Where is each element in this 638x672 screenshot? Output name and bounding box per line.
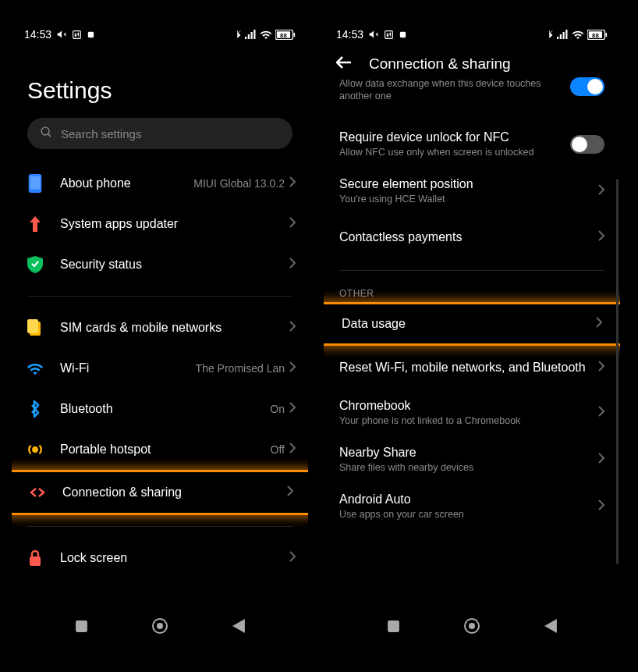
svg-rect-8 (293, 32, 295, 36)
chevron-right-icon (289, 443, 296, 457)
svg-rect-23 (557, 37, 558, 39)
row-value: Off (271, 443, 285, 457)
row-label: Chromebook (339, 399, 589, 413)
chevron-right-icon (289, 321, 296, 335)
nav-recent-button[interactable] (387, 620, 400, 636)
page-title: Settings (12, 44, 308, 118)
row-label: System apps updater (60, 217, 289, 231)
svg-rect-17 (30, 556, 41, 566)
bluetooth-icon (545, 29, 554, 40)
square-icon (87, 30, 95, 39)
svg-point-16 (33, 447, 37, 452)
row-label: Nearby Share (339, 446, 589, 460)
row-secure-element[interactable]: Secure element position You're using HCE… (324, 168, 620, 215)
chevron-right-icon (289, 176, 296, 190)
bluetooth-icon (233, 29, 242, 40)
row-label: Data usage (342, 317, 587, 331)
chevron-right-icon (287, 485, 293, 500)
svg-rect-15 (27, 319, 38, 333)
row-wifi[interactable]: Wi-Fi The Promised Lan (12, 348, 308, 389)
chevron-right-icon (598, 230, 604, 244)
search-placeholder: Search settings (61, 127, 141, 140)
row-data-usage[interactable]: Data usage (324, 302, 620, 346)
row-lock-screen[interactable]: Lock screen (12, 538, 308, 578)
row-value: The Promised Lan (196, 362, 285, 375)
search-input[interactable]: Search settings (27, 118, 292, 149)
row-label: Contactless payments (339, 230, 589, 244)
svg-rect-3 (248, 34, 250, 39)
nav-home-button[interactable] (152, 618, 168, 637)
row-value: MIUI Global 13.0.2 (193, 177, 285, 190)
row-reset-networks[interactable]: Reset Wi-Fi, mobile networks, and Blueto… (324, 346, 620, 389)
mute-icon (368, 29, 379, 40)
row-nearby-share[interactable]: Nearby Share Share files with nearby dev… (324, 436, 620, 483)
row-label: About phone (60, 176, 193, 190)
chevron-right-icon (289, 217, 296, 231)
row-about-phone[interactable]: About phone MIUI Global 13.0.2 (12, 163, 308, 204)
svg-rect-29 (605, 32, 607, 36)
row-system-updater[interactable]: System apps updater (12, 204, 308, 244)
header: Connection & sharing (324, 44, 620, 77)
row-label: Portable hotspot (60, 443, 271, 457)
svg-rect-22 (400, 31, 406, 37)
unlock-nfc-toggle[interactable] (570, 135, 604, 154)
signal-icon (557, 30, 569, 39)
svg-rect-24 (560, 34, 562, 39)
row-label: Require device unlock for NFC (339, 130, 561, 144)
row-require-unlock-nfc[interactable]: Require device unlock for NFC Allow NFC … (324, 121, 620, 168)
row-label: Android Auto (339, 492, 589, 507)
row-nfc[interactable]: Allow data exchange when this device tou… (324, 77, 620, 121)
mute-icon (56, 29, 67, 40)
chevron-right-icon (598, 184, 604, 198)
row-sub: Allow data exchange when this device tou… (339, 77, 561, 103)
nfc-icon (72, 30, 82, 40)
nfc-icon (384, 30, 394, 40)
chevron-right-icon (289, 551, 296, 565)
square-icon (399, 30, 407, 39)
row-security-status[interactable]: Security status (12, 244, 308, 285)
row-label: Wi-Fi (60, 361, 196, 375)
shield-icon (24, 254, 46, 276)
row-android-auto[interactable]: Android Auto Use apps on your car screen (324, 483, 620, 530)
wifi-icon (260, 30, 272, 39)
row-label: Lock screen (60, 551, 289, 565)
update-icon (24, 213, 46, 235)
sim-icon (24, 317, 46, 339)
chevron-right-icon (289, 402, 296, 416)
status-time: 14:53 (24, 28, 51, 41)
svg-rect-25 (563, 32, 565, 39)
chevron-right-icon (289, 361, 296, 375)
row-connection-sharing[interactable]: Connection & sharing (12, 470, 308, 515)
divider (27, 526, 292, 527)
row-chromebook[interactable]: Chromebook Your phone is not linked to a… (324, 389, 620, 436)
nav-back-button[interactable] (544, 619, 557, 636)
settings-screen: 14:53 88 Settings Search settings About … (12, 20, 308, 644)
row-label: Security status (60, 258, 289, 272)
scrollbar[interactable] (616, 179, 619, 564)
nav-back-button[interactable] (232, 619, 245, 636)
svg-point-33 (469, 623, 475, 629)
row-label: Bluetooth (60, 402, 270, 416)
svg-rect-18 (76, 620, 87, 632)
row-bluetooth[interactable]: Bluetooth On (12, 389, 308, 429)
svg-rect-2 (245, 37, 246, 39)
row-hotspot[interactable]: Portable hotspot Off (12, 429, 308, 470)
connection-icon (27, 482, 48, 503)
nfc-toggle[interactable] (570, 77, 604, 96)
nav-recent-button[interactable] (75, 620, 88, 636)
row-sub: Allow NFC use only when screen is unlock… (339, 146, 561, 158)
back-button[interactable] (336, 56, 352, 72)
row-label: Connection & sharing (62, 485, 287, 500)
svg-text:88: 88 (280, 31, 287, 38)
row-contactless-payments[interactable]: Contactless payments (324, 215, 620, 259)
section-label-other: OTHER (324, 282, 620, 302)
nav-home-button[interactable] (464, 618, 480, 637)
row-value: On (270, 403, 285, 416)
status-bar: 14:53 88 (12, 20, 308, 44)
wifi-icon (572, 30, 584, 39)
wifi-icon (24, 357, 46, 379)
row-sub: Use apps on your car screen (339, 508, 589, 521)
navigation-bar (324, 611, 620, 644)
phone-icon (24, 172, 46, 194)
row-sim-cards[interactable]: SIM cards & mobile networks (12, 308, 308, 348)
